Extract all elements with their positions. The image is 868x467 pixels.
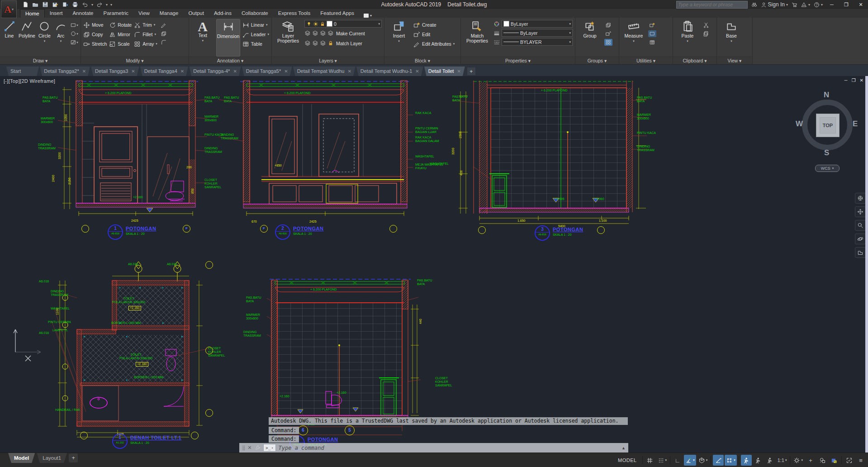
viewcube-east[interactable]: E: [853, 119, 858, 129]
match-properties-button[interactable]: Match Properties: [463, 19, 491, 57]
ortho-mode-icon[interactable]: ∟: [672, 455, 683, 466]
viewcube-west[interactable]: W: [796, 119, 803, 129]
layer-lock-icon[interactable]: [320, 30, 326, 36]
elevation-view-3[interactable]: [452, 78, 647, 234]
calculator-icon[interactable]: [648, 39, 656, 46]
command-grip-handle[interactable]: ⣿: [242, 445, 245, 450]
clean-screen-icon[interactable]: [844, 455, 854, 466]
model-space-toggle[interactable]: MODEL: [614, 455, 640, 466]
app-menu-button[interactable]: A▾: [1, 0, 17, 18]
array-button[interactable]: Array▾: [134, 40, 157, 48]
new-layout-button[interactable]: +: [69, 453, 78, 462]
panel-groups-footer[interactable]: Groups ▾: [575, 57, 619, 64]
tab-collaborate[interactable]: Collaborate: [237, 9, 273, 18]
tab-manage[interactable]: Manage: [155, 9, 184, 18]
polyline-button[interactable]: Polyline: [19, 19, 35, 57]
workspace-switching-icon[interactable]: ▾: [792, 455, 804, 466]
elevation-view-2[interactable]: [218, 78, 413, 227]
linear-button[interactable]: Linear▾: [242, 21, 269, 29]
viewport-minimize-control[interactable]: [-]: [4, 78, 9, 84]
restore-button[interactable]: ❐: [841, 1, 852, 8]
doc-minimize-icon[interactable]: ─: [844, 78, 848, 83]
panel-draw-footer[interactable]: Draw ▾: [0, 57, 81, 64]
command-close-icon[interactable]: ✕: [247, 445, 251, 451]
pan-icon[interactable]: [855, 206, 866, 217]
new-drawing-button[interactable]: [22, 1, 29, 8]
tab-output[interactable]: Output: [183, 9, 209, 18]
layout1-tab[interactable]: Layout1: [37, 453, 67, 463]
file-tab[interactable]: Detail Tangga2*✕: [40, 67, 90, 76]
tab-view[interactable]: View: [133, 9, 155, 18]
command-line[interactable]: ⣿ ✕ >_▾ Type a command ▲: [239, 443, 628, 453]
tab-home[interactable]: Home: [20, 9, 45, 18]
table-button[interactable]: Table: [242, 40, 269, 48]
viewcube-top-face[interactable]: TOP: [816, 114, 840, 137]
rotate-button[interactable]: Rotate: [109, 21, 132, 29]
trim-button[interactable]: Trim▾: [134, 21, 157, 29]
panel-annotation-footer[interactable]: Annotation ▾: [189, 57, 271, 64]
circle-button[interactable]: Circle▾: [38, 19, 52, 57]
mirror-button[interactable]: Mirror: [109, 30, 132, 38]
orbit-icon[interactable]: [855, 234, 866, 244]
file-tab[interactable]: Detail Tangga4✕: [140, 67, 189, 76]
object-snap-tracking-icon[interactable]: [713, 455, 724, 466]
model-tab[interactable]: Model: [8, 453, 35, 463]
undo-button[interactable]: [81, 1, 89, 8]
stretch-button[interactable]: Stretch: [83, 40, 107, 48]
show-motion-icon[interactable]: [855, 247, 866, 258]
file-tab-active[interactable]: Detail Toilet✕: [424, 67, 465, 76]
autoscale-icon[interactable]: [753, 455, 764, 466]
print-button[interactable]: [71, 1, 79, 8]
annotation-scale-icon[interactable]: [764, 455, 775, 466]
group-select-icon[interactable]: [604, 39, 612, 46]
save-button[interactable]: [42, 1, 49, 8]
scale-button[interactable]: Scale: [109, 40, 132, 48]
close-tab-icon[interactable]: ✕: [131, 67, 135, 76]
door-swing-plan[interactable]: [164, 386, 184, 406]
viewport-visual-style-control[interactable]: [2D Wireframe]: [20, 78, 55, 84]
panel-modify-footer[interactable]: Modify ▾: [81, 57, 189, 64]
explode-icon[interactable]: [160, 30, 168, 37]
dimension-button[interactable]: Dimension: [216, 19, 240, 57]
grid-display-icon[interactable]: [645, 455, 655, 466]
undo-dropdown[interactable]: ▾: [91, 3, 93, 7]
polar-tracking-icon[interactable]: ▾: [684, 455, 696, 466]
tab-featured-apps[interactable]: Featured Apps: [315, 9, 359, 18]
object-snap-icon[interactable]: ▾: [725, 455, 737, 466]
redo-dropdown[interactable]: ▾: [106, 3, 108, 7]
layer-select[interactable]: 0▾: [304, 20, 382, 28]
edit-block-button[interactable]: Edit: [413, 30, 455, 38]
close-button[interactable]: ✕: [855, 1, 866, 8]
close-tab-icon[interactable]: ✕: [457, 67, 460, 76]
group-button[interactable]: Group: [578, 19, 602, 57]
autodesk-app-icon[interactable]: ▾: [801, 2, 810, 8]
help-icon[interactable]: ▾: [814, 2, 823, 8]
viewport-view-control[interactable]: [Top]: [9, 78, 20, 84]
lineweight-select[interactable]: ByLayer▾: [502, 29, 573, 37]
hatch-tool-icon[interactable]: ▾: [70, 39, 78, 46]
redo-button[interactable]: [96, 1, 103, 8]
graphics-performance-icon[interactable]: [829, 455, 840, 466]
close-tab-icon[interactable]: ✕: [180, 67, 184, 76]
file-tab[interactable]: Detail Tangga-4*✕: [189, 67, 241, 76]
washtafel-cabinet[interactable]: [269, 183, 397, 204]
move-button[interactable]: Move: [83, 21, 107, 29]
view-cube[interactable]: N W E S TOP WCS▾: [798, 92, 857, 174]
door-elevation[interactable]: [94, 127, 138, 203]
quick-select-icon[interactable]: [648, 22, 656, 29]
steering-wheel-icon[interactable]: [855, 193, 866, 204]
customization-menu-icon[interactable]: ≡: [855, 455, 866, 466]
file-tab[interactable]: Detail Tangga5*✕: [242, 67, 292, 76]
linetype-select[interactable]: BYLAYER▾: [502, 38, 573, 46]
layer-iso-icon[interactable]: [327, 30, 334, 36]
vertical-scrollbar[interactable]: [865, 76, 868, 453]
model-space-viewport[interactable]: [-][Top][2D Wireframe] ─ ❐ ✕: [0, 76, 868, 453]
measure-button[interactable]: Measure▾: [621, 19, 646, 57]
panel-utilities-footer[interactable]: Utilities ▾: [619, 57, 673, 64]
qat-customize-icon[interactable]: ▾: [110, 3, 112, 7]
layer-state-icon[interactable]: [304, 30, 311, 36]
washtafel-plan[interactable]: [82, 386, 119, 421]
copy-button[interactable]: Copy: [83, 30, 107, 38]
layer-off-icon[interactable]: [304, 40, 311, 46]
panel-clipboard-footer[interactable]: Clipboard ▾: [673, 57, 716, 64]
